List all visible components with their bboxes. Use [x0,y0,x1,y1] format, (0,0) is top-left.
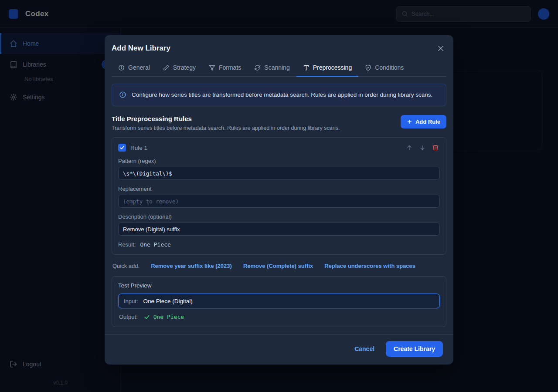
tab-label: Strategy [173,64,196,71]
test-input[interactable] [143,298,434,304]
rules-section-titles: Title Preprocessing Rules Transform seri… [112,115,340,131]
funnel-icon [209,64,215,71]
tab-label: General [128,64,150,71]
quick-add-year-suffix[interactable]: Remove year suffix like (2023) [151,263,232,269]
shield-check-icon [365,64,371,71]
create-library-button[interactable]: Create Library [386,341,443,357]
tab-label: Preprocessing [313,64,352,71]
test-input-label: Input: [124,298,138,304]
tab-label: Scanning [264,64,289,71]
pattern-input[interactable] [118,167,440,180]
quick-add-row: Quick add: Remove year suffix like (2023… [112,263,446,269]
tab-preprocessing[interactable]: Preprocessing [296,59,359,77]
description-label: Description (optional) [118,213,440,220]
test-input-field: Input: [118,294,440,308]
rule-result-row: Result: One Piece [118,241,440,248]
replacement-label: Replacement [118,186,440,192]
rule-header-left: Rule 1 [118,144,147,152]
modal-title: Add New Library [112,44,170,53]
pattern-label: Pattern (regex) [118,158,440,164]
test-output-value: One Piece [153,314,184,320]
test-output-row: Output: One Piece [118,314,440,320]
tab-formats[interactable]: Formats [202,59,248,77]
rule-enabled-checkbox[interactable] [118,144,126,152]
refresh-icon [254,64,261,71]
rule-header: Rule 1 [118,143,440,152]
info-text: Configure how series titles are transfor… [132,91,432,99]
check-icon [144,314,150,320]
pencil-icon [163,64,170,71]
add-library-modal: Add New Library General Strategy Formats… [105,35,453,365]
section-subtitle: Transform series titles before metadata … [112,125,340,131]
tab-label: Conditions [375,64,404,71]
tab-general[interactable]: General [112,59,157,77]
info-icon [118,64,125,71]
description-input[interactable] [118,223,440,236]
add-rule-button[interactable]: Add Rule [401,115,446,128]
rules-section-header: Title Preprocessing Rules Transform seri… [112,115,446,131]
modal-tabs: General Strategy Formats Scanning Prepro… [112,59,446,77]
info-banner: Configure how series titles are transfor… [112,84,446,106]
quick-add-complete-suffix[interactable]: Remove (Complete) suffix [243,263,313,269]
rule-card: Rule 1 Pattern (regex) [112,137,446,255]
close-icon[interactable] [435,43,446,54]
quick-add-label: Quick add: [112,263,140,269]
modal-body: Configure how series titles are transfor… [105,77,453,334]
test-preview-card: Test Preview Input: Output: One Piece [112,276,446,327]
tab-conditions[interactable]: Conditions [358,59,410,77]
tab-label: Formats [219,64,241,71]
modal-footer: Cancel Create Library [105,334,453,365]
rule-name: Rule 1 [130,145,147,151]
app-screen: Codex Home Libra [0,0,558,392]
quick-add-underscores[interactable]: Replace underscores with spaces [324,263,415,269]
test-preview-title: Test Preview [118,282,440,289]
cancel-button[interactable]: Cancel [354,345,374,352]
test-output-label: Output: [119,314,138,320]
move-rule-up-button[interactable] [405,143,414,152]
result-value: One Piece [140,241,170,248]
section-title: Title Preprocessing Rules [112,115,340,122]
replacement-input[interactable] [118,195,440,208]
tab-scanning[interactable]: Scanning [248,59,296,77]
add-rule-label: Add Rule [415,118,440,125]
type-icon [303,64,310,71]
rule-actions [405,143,440,152]
move-rule-down-button[interactable] [418,143,427,152]
plus-icon [407,119,412,125]
tab-strategy[interactable]: Strategy [157,59,202,77]
modal-header: Add New Library [105,35,453,59]
result-label: Result: [118,241,136,248]
info-circle-icon [119,91,126,98]
delete-rule-button[interactable] [431,143,440,152]
